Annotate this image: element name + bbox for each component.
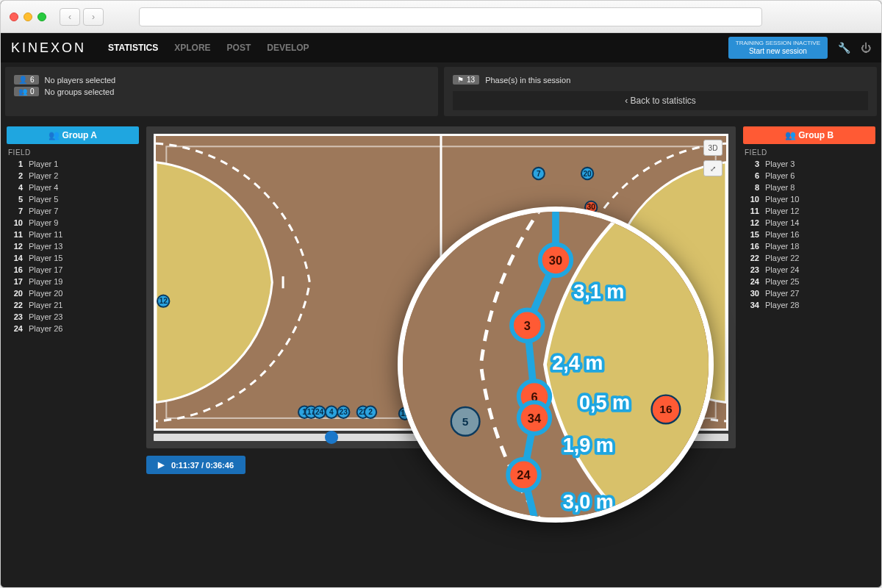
player-row[interactable]: 1Player 1 bbox=[7, 158, 139, 170]
svg-text:3: 3 bbox=[524, 319, 531, 332]
player-marker[interactable]: 2 bbox=[365, 406, 376, 418]
player-row[interactable]: 12Player 14 bbox=[743, 217, 875, 229]
phases-count-badge: ⚑13 bbox=[453, 75, 479, 85]
player-row[interactable]: 17Player 19 bbox=[7, 276, 139, 287]
svg-text:4: 4 bbox=[329, 408, 334, 416]
play-icon: ▶ bbox=[158, 460, 164, 470]
group-icon: 👥 bbox=[785, 130, 798, 140]
sidebar-group-a: 👥 Group A FIELD 1Player 12Player 24Playe… bbox=[7, 126, 139, 474]
player-row[interactable]: 4Player 4 bbox=[7, 182, 139, 193]
player-row[interactable]: 22Player 22 bbox=[743, 252, 875, 264]
nav-post[interactable]: POST bbox=[227, 43, 251, 53]
group-a-player-list: 1Player 12Player 24Player 45Player 57Pla… bbox=[7, 158, 139, 334]
svg-text:12: 12 bbox=[159, 297, 168, 305]
fullscreen-button[interactable]: ⤢ bbox=[703, 160, 723, 176]
player-row[interactable]: 22Player 21 bbox=[7, 299, 139, 311]
player-row[interactable]: 3Player 3 bbox=[743, 158, 875, 170]
player-row[interactable]: 12Player 13 bbox=[7, 240, 139, 252]
player-row[interactable]: 15Player 16 bbox=[743, 229, 875, 240]
browser-titlebar: ‹ › bbox=[1, 1, 881, 33]
power-icon[interactable]: ⏻ bbox=[861, 42, 871, 54]
player-row[interactable]: 34Player 28 bbox=[743, 299, 875, 311]
group-a-header[interactable]: 👥 Group A bbox=[7, 126, 139, 144]
brand-logo: KINEXON bbox=[11, 40, 86, 56]
svg-text:23: 23 bbox=[340, 408, 348, 416]
player-row[interactable]: 10Player 10 bbox=[743, 193, 875, 205]
playback-time: 0:11:37 / 0:36:46 bbox=[171, 461, 234, 470]
player-marker[interactable]: 4 bbox=[326, 406, 337, 418]
svg-text:24: 24 bbox=[517, 468, 531, 481]
session-action: Start new session bbox=[749, 47, 807, 55]
players-selected-label: No players selected bbox=[45, 76, 116, 85]
player-row[interactable]: 16Player 18 bbox=[743, 240, 875, 252]
distance-label: 1,9 m bbox=[563, 434, 614, 456]
groups-count-badge: 👥0 bbox=[14, 87, 39, 96]
group-a-section-label: FIELD bbox=[8, 148, 139, 157]
distance-label: 3,0 m bbox=[563, 490, 614, 513]
player-row[interactable]: 24Player 25 bbox=[743, 276, 875, 287]
player-row[interactable]: 10Player 9 bbox=[7, 217, 139, 229]
players-count-badge: 👤6 bbox=[14, 75, 39, 85]
close-icon[interactable] bbox=[10, 12, 18, 21]
svg-text:7: 7 bbox=[537, 170, 541, 178]
mag-player-red: 16 bbox=[659, 403, 673, 415]
group-b-player-list: 3Player 36Player 68Player 810Player 1011… bbox=[743, 158, 875, 311]
nav-forward-button[interactable]: › bbox=[83, 8, 104, 26]
sidebar-group-b: 👥 Group B FIELD 3Player 36Player 68Playe… bbox=[743, 126, 875, 474]
distance-label: 0,5 m bbox=[579, 391, 630, 414]
svg-text:20: 20 bbox=[583, 170, 592, 178]
player-row[interactable]: 24Player 26 bbox=[7, 323, 139, 334]
player-row[interactable]: 11Player 12 bbox=[743, 205, 875, 217]
svg-text:24: 24 bbox=[315, 408, 324, 416]
start-session-button[interactable]: TRAINING SESSION INACTIVE Start new sess… bbox=[728, 37, 828, 59]
nav-develop[interactable]: DEVELOP bbox=[267, 43, 309, 53]
player-marker[interactable]: 23 bbox=[337, 406, 349, 418]
selection-panel: 👤6 No players selected 👥0 No groups sele… bbox=[5, 67, 438, 116]
flag-icon: ⚑ bbox=[457, 76, 464, 84]
maximize-icon[interactable] bbox=[37, 12, 46, 21]
toggle-3d-button[interactable]: 3D bbox=[703, 140, 723, 156]
player-marker[interactable]: 12 bbox=[157, 295, 169, 306]
nav-xplore[interactable]: XPLORE bbox=[174, 43, 210, 53]
back-to-statistics-link[interactable]: ‹ Back to statistics bbox=[453, 91, 868, 110]
player-row[interactable]: 23Player 23 bbox=[7, 311, 139, 323]
phases-panel: ⚑13 Phase(s) in this session ‹ Back to s… bbox=[444, 67, 877, 116]
nav-back-button[interactable]: ‹ bbox=[60, 8, 80, 26]
group-icon: 👥 bbox=[18, 87, 27, 96]
play-button[interactable]: ▶ 0:11:37 / 0:36:46 bbox=[146, 456, 245, 474]
player-row[interactable]: 6Player 6 bbox=[743, 170, 875, 182]
distance-label: 3,1 m bbox=[573, 280, 624, 303]
svg-text:30: 30 bbox=[549, 254, 562, 267]
player-row[interactable]: 23Player 24 bbox=[743, 264, 875, 276]
player-row[interactable]: 14Player 15 bbox=[7, 252, 139, 264]
settings-icon[interactable]: 🔧 bbox=[838, 42, 850, 54]
minimize-icon[interactable] bbox=[24, 12, 32, 21]
player-row[interactable]: 7Player 7 bbox=[7, 205, 139, 217]
player-row[interactable]: 30Player 27 bbox=[743, 287, 875, 299]
player-marker[interactable]: 24 bbox=[313, 406, 325, 418]
player-marker[interactable]: 20 bbox=[581, 168, 593, 179]
group-b-header[interactable]: 👥 Group B bbox=[743, 126, 875, 144]
person-icon: 👤 bbox=[18, 76, 27, 84]
group-b-section-label: FIELD bbox=[745, 148, 875, 157]
player-row[interactable]: 20Player 20 bbox=[7, 287, 139, 299]
player-row[interactable]: 16Player 17 bbox=[7, 264, 139, 276]
groups-selected-label: No groups selected bbox=[45, 87, 115, 96]
phases-label: Phase(s) in this session bbox=[485, 76, 570, 85]
player-row[interactable]: 11Player 11 bbox=[7, 229, 139, 240]
player-row[interactable]: 8Player 8 bbox=[743, 182, 875, 193]
player-row[interactable]: 5Player 5 bbox=[7, 193, 139, 205]
player-marker[interactable]: 7 bbox=[533, 168, 545, 179]
main-nav: STATISTICS XPLORE POST DEVELOP bbox=[108, 43, 309, 53]
svg-text:2: 2 bbox=[368, 408, 373, 416]
address-bar[interactable] bbox=[139, 7, 762, 26]
timeline-knob[interactable] bbox=[325, 431, 338, 444]
app-header: KINEXON STATISTICS XPLORE POST DEVELOP T… bbox=[1, 33, 881, 62]
nav-statistics[interactable]: STATISTICS bbox=[108, 43, 158, 53]
player-row[interactable]: 2Player 2 bbox=[7, 170, 139, 182]
window-controls bbox=[10, 12, 46, 21]
magnifier-overlay: 30363424 5 16 3,1 m2,4 m0,5 m1,9 m3,0 m bbox=[398, 207, 714, 523]
app-window: ‹ › KINEXON STATISTICS XPLORE POST DEVEL… bbox=[0, 0, 882, 588]
mag-player-blue: 5 bbox=[462, 415, 469, 428]
distance-label: 2,4 m bbox=[552, 351, 603, 374]
